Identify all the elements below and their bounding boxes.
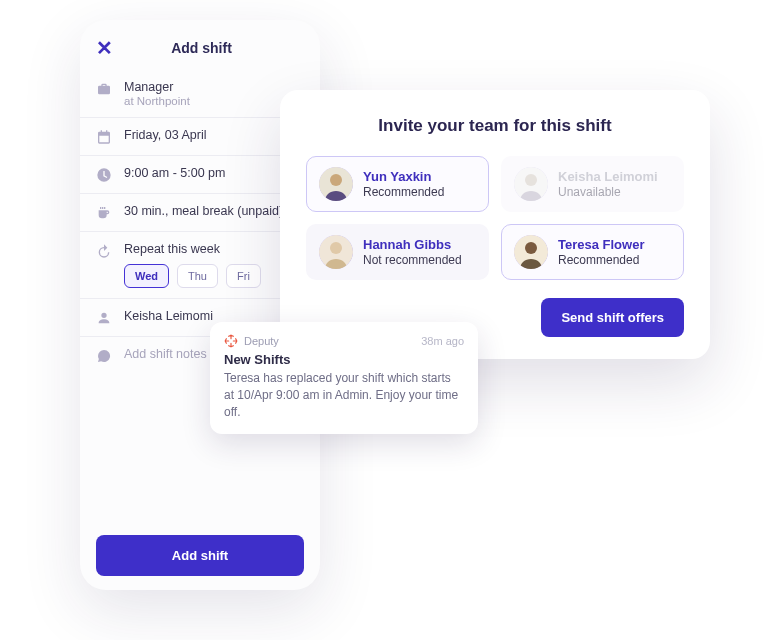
person-icon: [96, 310, 112, 326]
invite-panel: Invite your team for this shift Yun Yaxk…: [280, 90, 710, 359]
member-name: Hannah Gibbs: [363, 237, 462, 252]
calendar-icon: [96, 129, 112, 145]
break-value: 30 min., meal break (unpaid): [124, 204, 304, 218]
briefcase-icon: [96, 81, 112, 97]
member-grid: Yun Yaxkin Recommended Keisha Leimomi Un…: [306, 156, 684, 280]
member-card[interactable]: Teresa Flower Recommended: [501, 224, 684, 280]
chat-icon: [96, 348, 112, 364]
push-notification[interactable]: Deputy 38m ago New Shifts Teresa has rep…: [210, 322, 478, 434]
member-card[interactable]: Yun Yaxkin Recommended: [306, 156, 489, 212]
coffee-icon: [96, 205, 112, 221]
location-label: at Northpoint: [124, 95, 304, 107]
repeat-icon: [96, 243, 112, 259]
svg-point-7: [525, 242, 537, 254]
clock-icon: [96, 167, 112, 183]
day-chip-group: Wed Thu Fri: [124, 264, 304, 288]
notification-app-name: Deputy: [244, 335, 279, 347]
avatar: [514, 167, 548, 201]
notification-title: New Shifts: [224, 352, 464, 367]
svg-point-3: [525, 174, 537, 186]
time-value: 9:00 am - 5:00 pm: [124, 166, 304, 180]
deputy-app-icon: [224, 334, 238, 348]
role-label: Manager: [124, 80, 304, 94]
assignee-value: Keisha Leimomi: [124, 309, 304, 323]
svg-point-1: [330, 174, 342, 186]
avatar: [319, 235, 353, 269]
member-status: Recommended: [363, 185, 444, 199]
avatar: [319, 167, 353, 201]
svg-point-5: [330, 242, 342, 254]
day-chip-fri[interactable]: Fri: [226, 264, 261, 288]
add-shift-button[interactable]: Add shift: [96, 535, 304, 576]
notification-time: 38m ago: [421, 335, 464, 347]
date-value: Friday, 03 April: [124, 128, 304, 142]
send-offers-button[interactable]: Send shift offers: [541, 298, 684, 337]
member-status: Recommended: [558, 253, 644, 267]
invite-title: Invite your team for this shift: [306, 116, 684, 136]
member-name: Keisha Leimomi: [558, 169, 658, 184]
member-status: Not recommended: [363, 253, 462, 267]
close-icon[interactable]: ✕: [96, 38, 113, 58]
notification-body: Teresa has replaced your shift which sta…: [224, 370, 464, 420]
member-card[interactable]: Hannah Gibbs Not recommended: [306, 224, 489, 280]
repeat-label: Repeat this week: [124, 242, 304, 256]
avatar: [514, 235, 548, 269]
add-shift-header: ✕ Add shift: [80, 38, 320, 70]
member-name: Teresa Flower: [558, 237, 644, 252]
day-chip-thu[interactable]: Thu: [177, 264, 218, 288]
member-card: Keisha Leimomi Unavailable: [501, 156, 684, 212]
screen-title: Add shift: [113, 40, 290, 56]
member-name: Yun Yaxkin: [363, 169, 444, 184]
member-status: Unavailable: [558, 185, 658, 199]
day-chip-wed[interactable]: Wed: [124, 264, 169, 288]
